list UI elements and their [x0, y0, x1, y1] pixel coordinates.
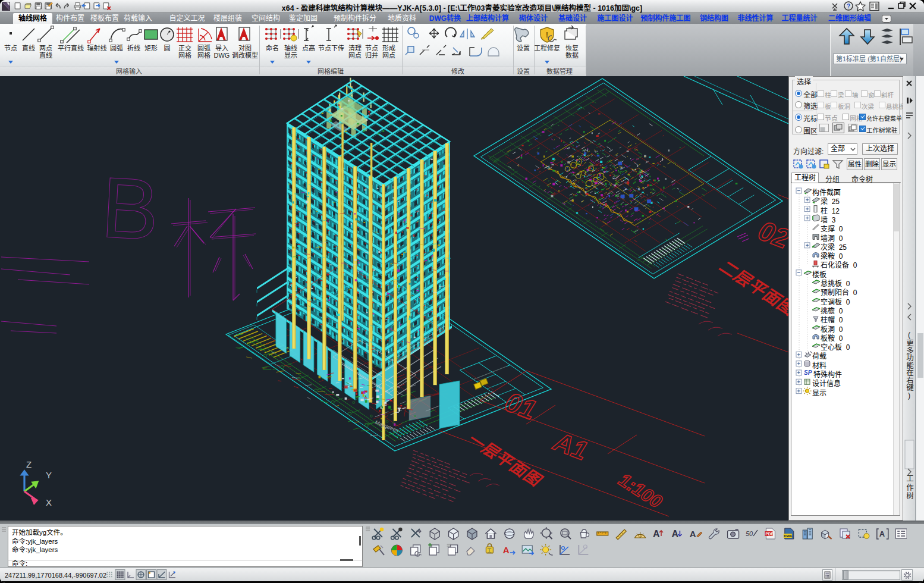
svg-text:SP: SP — [804, 369, 812, 376]
svg-text:A: A — [879, 529, 885, 538]
svg-text:DWG: DWG — [784, 534, 793, 538]
svg-text:!: ! — [546, 30, 548, 39]
svg-text:50: 50 — [746, 530, 753, 537]
svg-text:Z: Z — [26, 459, 32, 469]
svg-text:A: A — [690, 529, 696, 539]
svg-text:工: 工 — [487, 548, 492, 553]
svg-text:Y: Y — [46, 470, 52, 480]
svg-text:A: A — [653, 529, 660, 539]
svg-text:B: B — [99, 159, 165, 258]
svg-text:?: ? — [847, 3, 850, 10]
svg-text:A: A — [503, 545, 510, 555]
svg-text:X: X — [46, 497, 52, 507]
svg-text:PDF: PDF — [765, 532, 773, 536]
svg-text:A: A — [671, 529, 678, 539]
